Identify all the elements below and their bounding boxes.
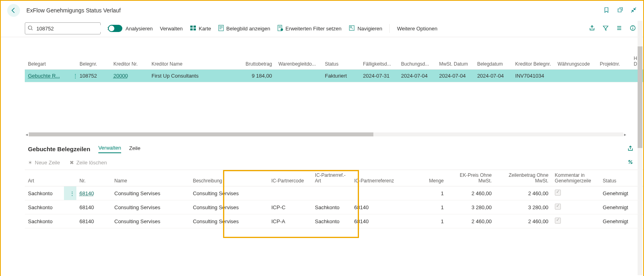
cell-art: Sachkonto [25,214,64,228]
cell-name: Consulting Servises [111,200,189,214]
lcol-ek-preis[interactable]: EK-Preis Ohne MwSt. [447,170,495,186]
svg-rect-5 [219,25,223,31]
kreditor-nr-link[interactable]: 20000 [114,73,128,79]
col-faelligkeit[interactable]: Fälligkeitsd... [360,53,398,70]
personalize-icon[interactable] [627,160,634,166]
row-actions-icon[interactable]: ⋮ [67,190,76,196]
svg-rect-4 [193,28,196,30]
share-icon[interactable] [589,25,595,32]
page-header: ExFlow Genehmigungs Status Verlauf [1,1,643,20]
horizontal-scrollbar[interactable]: ◂ ▸ [25,132,627,137]
col-brutto[interactable]: Bruttobetrag [233,53,275,70]
cell-status: Genehmigt [600,186,643,200]
col-status[interactable]: Status [322,53,360,70]
ext-filter-action[interactable]: Erweiterten Filter setzen [277,25,341,32]
col-kreditor-nr[interactable]: Kreditor Nr. [110,53,148,70]
collapse-icon[interactable] [630,7,637,14]
row-actions-icon[interactable]: ⋮ [70,73,76,79]
cell-faelligkeit: 2024-07-31 [360,70,398,82]
lcol-zeilenbetrag[interactable]: Zeilenbetrag Ohne MwSt. [495,170,552,186]
lcol-kommentar[interactable]: Kommentar in Genehmigerzeile [552,170,600,186]
info-icon[interactable] [630,25,636,32]
more-options-action[interactable]: Weitere Optionen [397,26,437,32]
cell-warenbegleit [275,70,321,82]
page-title: ExFlow Genehmigungs Status Verlauf [26,7,121,14]
cell-zeilenbetrag: 2 460,00 [495,214,552,228]
cell-projekt [596,70,630,82]
lcol-status[interactable]: Status [600,170,643,186]
list-view-icon[interactable] [616,25,622,32]
tab-line[interactable]: Zeile [129,145,140,153]
cell-status: Genehmigt [600,214,643,228]
filter-icon[interactable] [602,25,609,32]
col-projekt[interactable]: Projektnr. [596,53,630,70]
card-action[interactable]: Karte [190,25,211,32]
col-warenbegleit[interactable]: Warenbegleitdo... [275,53,321,70]
cell-ic-partner: ICP-A [268,214,312,228]
popout-icon[interactable] [617,7,623,14]
navigate-action[interactable]: Navigieren [349,25,382,32]
scroll-left-icon[interactable]: ◂ [25,132,29,137]
cell-kreditor-belegnr: INV7041034 [512,70,554,82]
col-belegdatum[interactable]: Belegdatum [474,53,512,70]
scroll-right-icon[interactable]: ▸ [623,132,627,137]
col-buchungsd[interactable]: Buchungsd... [398,53,436,70]
cell-menge: 1 [417,186,447,200]
cell-nr[interactable]: 68140 [76,186,111,200]
cell-ic-partner: ICP-C [268,200,312,214]
col-kreditor-name[interactable]: Kreditor Name [148,53,233,70]
lcol-beschreibung[interactable]: Beschreibung [189,170,268,186]
cell-nr: 68140 [76,200,111,214]
cell-ic-partnerref-art: Sachkonto [312,200,351,214]
bookmark-icon[interactable] [603,7,610,14]
lcol-nr[interactable]: Nr. [76,170,111,186]
col-belegart[interactable]: Belegart [25,53,67,70]
table-row[interactable]: Gebuchte R... ⋮ 108752 20000 First Up Co… [25,70,643,82]
col-waehrung[interactable]: Währungscode [554,53,597,70]
delete-line-icon: ✖ [70,160,74,166]
cell-brutto: 9 184,00 [233,70,275,82]
lcol-name[interactable]: Name [111,170,189,186]
cell-ic-partnerref-art: Sachkonto [312,214,351,228]
lcol-menge[interactable]: Menge [417,170,447,186]
col-kreditor-belegnr[interactable]: Kreditor Belegnr. [512,53,554,70]
lcol-ic-partnerref[interactable]: IC-Partnerreferenz [351,170,417,186]
new-line-action: ✶ Neue Zeile [28,159,60,166]
delete-line-action: ✖ Zeile löschen [70,159,107,166]
card-icon [190,25,196,32]
show-image-action[interactable]: Belegbild anzeigen [218,25,270,32]
cell-name: Consulting Servises [111,214,189,228]
search-box[interactable]: ✕ [25,22,101,34]
table-row[interactable]: Sachkonto ⋮ 68140 Consulting Servises Co… [25,186,643,200]
col-mwst-datum[interactable]: MwSt. Datum [436,53,474,70]
tab-manage[interactable]: Verwalten [98,145,121,153]
search-input[interactable] [36,25,104,32]
vertical-scrollbar[interactable] [638,21,642,275]
lcol-ic-partnerref-art[interactable]: IC-Partnerref.-Art [312,170,351,186]
section-title: Gebuchte Belegzeilen [28,146,90,152]
cell-ic-partnerref: 68140 [351,214,417,228]
table-row[interactable]: Sachkonto 68140 Consulting Servises Cons… [25,214,643,228]
manage-action[interactable]: Verwalten [160,26,183,32]
cell-art: Sachkonto [25,200,64,214]
col-belegnr[interactable]: Belegnr. [76,53,110,70]
section-bar: Gebuchte Belegzeilen Verwalten Zeile [25,138,643,156]
back-button[interactable] [7,4,20,17]
cell-zeilenbetrag: 3 280,00 [495,200,552,214]
analyze-label: Analysieren [126,26,153,32]
analyze-toggle[interactable] [108,25,122,32]
section-share-icon[interactable] [627,147,634,153]
cell-ek-preis: 2 460,00 [447,214,495,228]
lcol-ic-partner[interactable]: IC-Partnercode [268,170,312,186]
cell-beschreibung: Consulting Servises [189,200,268,214]
checkbox-icon [555,190,561,196]
cell-zeilenbetrag: 2 460,00 [495,186,552,200]
arrow-left-icon [10,7,17,14]
table-row[interactable]: Sachkonto 68140 Consulting Servises Cons… [25,200,643,214]
svg-point-0 [28,26,32,29]
belegart-link[interactable]: Gebuchte R... [28,73,60,79]
cell-ic-partnerref-art [312,186,351,200]
cell-ic-partnerref: 68140 [351,200,417,214]
main-table: Belegart Belegnr. Kreditor Nr. Kreditor … [25,53,643,82]
lcol-art[interactable]: Art [25,170,64,186]
